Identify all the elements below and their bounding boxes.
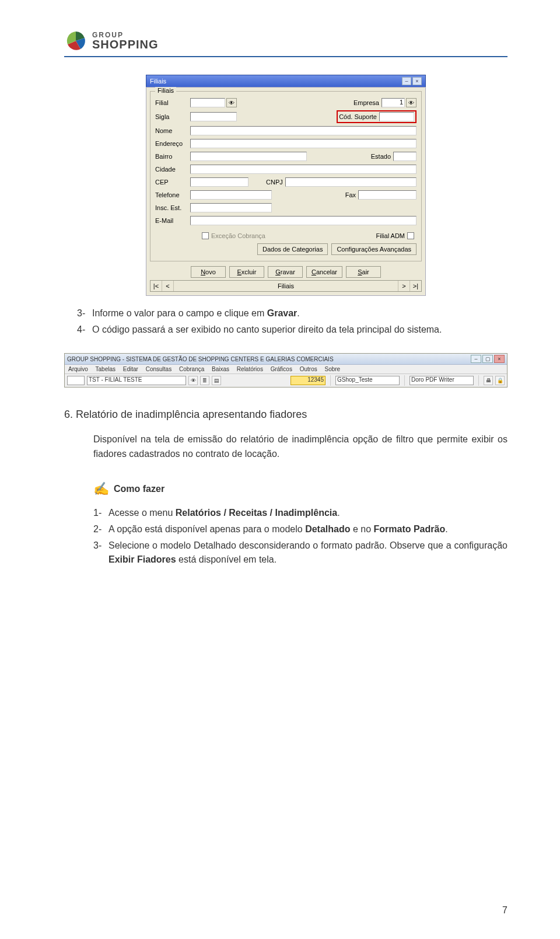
menu-item[interactable]: Gráficos — [271, 366, 292, 372]
button-dados-categorias[interactable]: Dados de Categorias — [257, 243, 328, 255]
menu-bar: Arquivo Tabelas Editar Consultas Cobranç… — [65, 365, 507, 374]
nav-last-icon[interactable]: >| — [410, 281, 421, 291]
nav-next-icon[interactable]: > — [398, 281, 410, 291]
close-icon[interactable]: × — [494, 355, 505, 363]
label-estado: Estado — [371, 153, 391, 160]
label-bairro: Bairro — [155, 153, 190, 160]
label-nome: Nome — [155, 127, 190, 134]
label-insc-est: Insc. Est. — [155, 204, 190, 211]
button-cancelar[interactable]: Cancelar — [306, 266, 342, 278]
lock-icon[interactable]: 🔒 — [495, 376, 505, 385]
button-config-avancadas[interactable]: Configurações Avançadas — [331, 243, 416, 255]
input-cod-suporte[interactable] — [379, 112, 414, 121]
label-sigla: Sigla — [155, 113, 190, 120]
nav-label: Filiais — [174, 282, 398, 289]
menu-item[interactable]: Sobre — [324, 366, 340, 372]
toolbar-field-filial[interactable]: TST - FILIAL TESTE — [87, 376, 186, 385]
page-header: GROUP SHOPPING — [64, 29, 508, 57]
input-insc-est[interactable] — [190, 203, 272, 212]
checkbox-filial-adm[interactable] — [407, 232, 414, 239]
input-filial[interactable] — [190, 98, 225, 107]
input-endereco[interactable] — [190, 139, 416, 148]
section-heading: 6. Relatório de inadimplência apresentan… — [64, 409, 508, 421]
menu-item[interactable]: Baixas — [212, 366, 229, 372]
menu-item[interactable]: Arquivo — [68, 366, 88, 372]
step-text: O código passará a ser exibido no canto … — [92, 323, 508, 337]
label-telefone: Telefone — [155, 191, 190, 198]
menu-item[interactable]: Relatórios — [237, 366, 263, 372]
input-cep[interactable] — [190, 177, 249, 187]
howto-heading: ✍ Como fazer — [93, 481, 508, 497]
binoculars-icon[interactable]: 👁 — [226, 98, 237, 107]
button-excluir[interactable]: Excluir — [229, 266, 264, 278]
minimize-icon[interactable]: – — [402, 77, 411, 85]
step-text: A opção está disponível apenas para o mo… — [108, 522, 508, 536]
label-cod-suporte: Cód. Suporte — [339, 113, 377, 120]
step-number: 1- — [93, 506, 108, 520]
input-email[interactable] — [190, 216, 416, 225]
button-sair[interactable]: Sair — [346, 266, 381, 278]
input-cnpj[interactable] — [285, 177, 416, 187]
step-text: Informe o valor para o campo e clique em… — [92, 306, 508, 320]
nav-first-icon[interactable]: |< — [150, 281, 162, 291]
input-fax[interactable] — [358, 190, 416, 200]
binoculars-icon[interactable]: 👁 — [188, 376, 198, 385]
step-number: 3- — [77, 306, 92, 320]
step-text: Acesse o menu Relatórios / Receitas / In… — [108, 506, 508, 520]
label-cidade: Cidade — [155, 166, 190, 173]
brand-logo-icon — [64, 29, 88, 53]
dialog-titlebar: Filiais – × — [146, 75, 426, 87]
checkbox-excecao-cobranca[interactable] — [202, 232, 209, 239]
group-title: Filiais — [155, 87, 176, 94]
nav-prev-icon[interactable]: < — [162, 281, 174, 291]
record-navigator: |< < Filiais > >| — [150, 280, 422, 292]
label-cep: CEP — [155, 179, 190, 186]
input-estado[interactable] — [393, 152, 416, 161]
menu-item[interactable]: Cobrança — [179, 366, 204, 372]
brand-text: GROUP SHOPPING — [92, 32, 159, 50]
toolbar-printer-field: Doro PDF Writer — [410, 376, 474, 385]
page-number: 7 — [502, 905, 508, 916]
hand-writing-icon: ✍ — [93, 481, 109, 497]
step-number: 4- — [77, 323, 92, 337]
dialog-title: Filiais — [150, 78, 166, 85]
header-divider — [64, 56, 508, 57]
label-filial: Filial — [155, 99, 190, 106]
section-description: Disponível na tela de emissão do relatór… — [93, 432, 508, 462]
button-gravar[interactable]: Gravar — [268, 266, 303, 278]
app-window-screenshot: GROUP SHOPPING - SISTEMA DE GESTÃO DE SH… — [64, 353, 508, 388]
toolbar-code-field: 12345 — [290, 376, 326, 385]
printer-icon[interactable]: 🖶 — [484, 376, 493, 385]
brand-bottom: SHOPPING — [92, 39, 159, 50]
menu-item[interactable]: Editar — [123, 366, 138, 372]
label-fax: Fax — [345, 191, 356, 198]
toolbar-db-field: GShop_Teste — [335, 376, 400, 385]
report-icon[interactable]: ▤ — [212, 376, 221, 385]
input-sigla[interactable] — [190, 112, 237, 121]
label-endereco: Endereço — [155, 140, 190, 147]
step-number: 2- — [93, 522, 108, 536]
dialog-filiais: Filiais – × Filiais Filial 👁 Empresa 1 👁 — [146, 75, 426, 296]
label-excecao-cobranca: Exceção Cobrança — [211, 232, 265, 239]
label-filial-adm: Filial ADM — [376, 232, 405, 239]
list-icon[interactable]: ≣ — [200, 376, 209, 385]
toolbar-field[interactable] — [67, 376, 85, 385]
app-title: GROUP SHOPPING - SISTEMA DE GESTÃO DE SH… — [67, 356, 334, 362]
minimize-icon[interactable]: – — [471, 355, 481, 363]
menu-item[interactable]: Tabelas — [96, 366, 116, 372]
step-text: Selecione o modelo Detalhado desconsider… — [108, 539, 508, 567]
label-email: E-Mail — [155, 217, 190, 224]
button-novo[interactable]: Novo — [191, 266, 226, 278]
menu-item[interactable]: Consultas — [146, 366, 172, 372]
binoculars-icon[interactable]: 👁 — [406, 98, 416, 107]
input-bairro[interactable] — [190, 152, 307, 161]
input-empresa[interactable]: 1 — [382, 98, 405, 107]
input-telefone[interactable] — [190, 190, 272, 200]
input-nome[interactable] — [190, 126, 416, 135]
step-number: 3- — [93, 539, 108, 567]
input-cidade[interactable] — [190, 165, 416, 174]
menu-item[interactable]: Outros — [300, 366, 317, 372]
label-cnpj: CNPJ — [266, 179, 283, 186]
close-icon[interactable]: × — [412, 77, 422, 85]
maximize-icon[interactable]: ▢ — [482, 355, 493, 363]
